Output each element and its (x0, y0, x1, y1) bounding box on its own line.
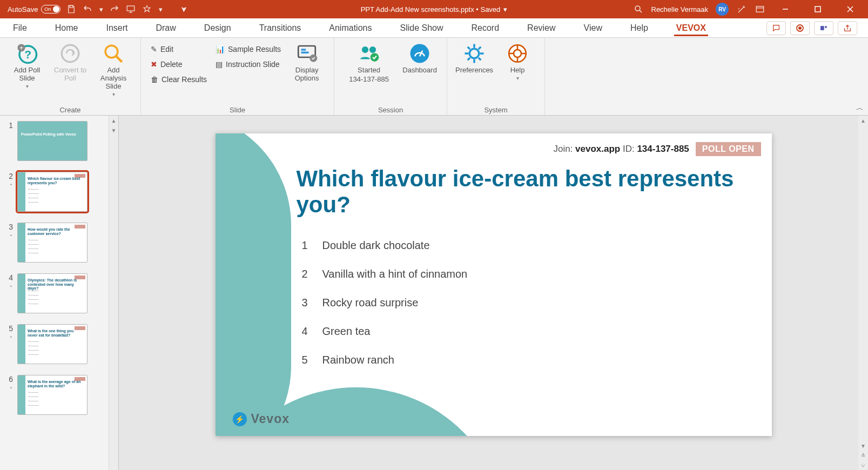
tab-insert[interactable]: Insert (104, 20, 130, 36)
svg-rect-10 (820, 26, 824, 30)
prev-slide-icon[interactable]: ≜ (858, 451, 868, 460)
convert-to-poll-button[interactable]: Convert to Poll (51, 41, 90, 105)
titlebar-center: PPT Add-Add New screenshots.pptx • Saved… (361, 5, 508, 14)
add-poll-slide-button[interactable]: ?+ Add Poll Slide ▾ (8, 41, 46, 105)
dashboard-button[interactable]: Dashboard (400, 41, 439, 105)
instruction-slide-button[interactable]: ▤Instruction Slide (213, 58, 283, 70)
clear-results-button[interactable]: 🗑Clear Results (149, 73, 209, 85)
stage-scrollbar[interactable]: ▲ ▼ ≜ ⩒ (858, 116, 868, 470)
chevron-down-icon: ▾ (26, 83, 29, 89)
help-button[interactable]: Help ▾ (498, 41, 537, 105)
convert-label: Convert to Poll (51, 66, 90, 82)
save-icon[interactable] (66, 4, 77, 15)
delete-label: Delete (160, 60, 182, 69)
thumbnail-2[interactable]: 2⋆Which flavour ice-cream best represent… (0, 166, 118, 217)
pencil-icon: ✎ (151, 45, 157, 53)
chevron-down-icon[interactable]: ▾ (98, 4, 104, 15)
share-button[interactable] (838, 21, 857, 35)
join-prefix: Join: (553, 144, 575, 154)
sample-label: Sample Results (228, 45, 281, 53)
svg-line-34 (479, 58, 481, 60)
tab-file[interactable]: File (11, 20, 29, 36)
ribbon-collapse-button[interactable]: ︿ (856, 103, 864, 113)
tab-design[interactable]: Design (202, 20, 233, 36)
window-mode-icon[interactable] (755, 4, 765, 15)
tab-transitions[interactable]: Transitions (257, 20, 304, 36)
record-button[interactable] (790, 21, 810, 35)
svg-point-9 (798, 26, 802, 30)
thumb-preview: Olympics: The decathlon is contested ove… (17, 273, 88, 313)
wand-icon[interactable] (736, 4, 747, 15)
redo-icon[interactable] (109, 4, 120, 15)
tab-view[interactable]: View (582, 20, 604, 36)
svg-rect-5 (815, 6, 820, 12)
thumbnail-4[interactable]: 4⋆Olympics: The decathlon is contested o… (0, 268, 118, 319)
session-started-button[interactable]: Started 134-137-885 (342, 41, 396, 105)
question-plus-icon: ?+ (16, 42, 38, 65)
teams-button[interactable] (814, 21, 833, 35)
add-analysis-slide-button[interactable]: Add Analysis Slide ▾ (94, 41, 133, 105)
tab-review[interactable]: Review (525, 20, 557, 36)
maximize-button[interactable] (805, 0, 830, 18)
scroll-down-icon[interactable]: ▼ (109, 125, 118, 135)
close-button[interactable] (838, 0, 863, 18)
group-system: Preferences Help ▾ System (447, 38, 545, 115)
overflow-icon[interactable]: ⮟ (178, 4, 189, 15)
workarea: 1PowerPoint Polling with Vevox2⋆Which fl… (0, 116, 868, 470)
poll-status-badge: POLL OPEN (696, 142, 761, 156)
minimize-button[interactable] (773, 0, 798, 18)
chevron-down-icon[interactable]: ▾ (158, 4, 163, 15)
undo-icon[interactable] (82, 4, 93, 15)
thumbnail-3[interactable]: 3⋆How would you rate the customer servic… (0, 217, 118, 268)
gear-icon (463, 42, 486, 65)
scroll-up-icon[interactable]: ▲ (858, 116, 868, 125)
option-number: 4 (302, 325, 309, 338)
tab-record[interactable]: Record (469, 20, 502, 36)
slide-canvas[interactable]: Join: vevox.app ID: 134-137-885 POLL OPE… (216, 133, 772, 436)
tab-slideshow[interactable]: Slide Show (398, 20, 445, 36)
session-id: 134-137-885 (637, 144, 689, 154)
edit-button[interactable]: ✎Edit (149, 43, 209, 55)
svg-line-35 (468, 58, 470, 60)
tab-vevox[interactable]: VEVOX (674, 20, 708, 36)
search-icon[interactable] (633, 4, 644, 15)
svg-line-33 (468, 47, 470, 49)
svg-line-18 (116, 56, 122, 62)
user-avatar[interactable]: RV (716, 3, 729, 16)
tab-home[interactable]: Home (53, 20, 80, 36)
tab-help[interactable]: Help (628, 20, 650, 36)
scroll-down-icon[interactable]: ▼ (858, 441, 868, 451)
chevron-down-icon[interactable]: ▾ (503, 5, 507, 14)
thumbnail-scrollbar[interactable]: ▲ ▼ (109, 116, 118, 470)
thumbnail-5[interactable]: 5⋆What is the one thing you never eat fo… (0, 319, 118, 370)
thumbnail-6[interactable]: 6⋆What is the average age of an elephant… (0, 370, 118, 420)
convert-icon (59, 42, 82, 65)
people-check-icon (358, 42, 380, 65)
tab-draw[interactable]: Draw (153, 20, 178, 36)
sample-results-button[interactable]: 📊Sample Results (213, 43, 283, 55)
animation-star-icon: ⋆ (9, 232, 13, 239)
thumbnail-panel: 1PowerPoint Polling with Vevox2⋆Which fl… (0, 116, 119, 470)
preferences-button[interactable]: Preferences (455, 41, 494, 105)
next-slide-icon[interactable]: ⩒ (858, 460, 868, 470)
svg-point-24 (369, 46, 376, 53)
tab-animations[interactable]: Animations (327, 20, 374, 36)
thumb-number: 6 (5, 375, 13, 384)
delete-button[interactable]: ✖Delete (149, 58, 209, 70)
comments-button[interactable] (766, 21, 786, 35)
user-name[interactable]: Rechelle Vermaak (651, 5, 709, 14)
option-text: Vanilla with a hint of cinnamon (322, 268, 468, 280)
present-icon[interactable] (125, 4, 136, 15)
svg-point-28 (469, 49, 479, 58)
svg-rect-21 (301, 52, 309, 54)
slide-stage: Join: vevox.app ID: 134-137-885 POLL OPE… (119, 116, 868, 470)
chart-icon: 📊 (216, 45, 225, 53)
display-options-button[interactable]: Display Options (287, 41, 326, 105)
option-number: 2 (302, 268, 309, 280)
star-icon[interactable] (142, 4, 152, 15)
svg-rect-1 (127, 6, 135, 11)
thumb-preview: How would you rate the customer service?… (17, 223, 88, 263)
autosave-toggle[interactable]: AutoSave On (8, 5, 60, 14)
scroll-up-icon[interactable]: ▲ (109, 116, 118, 125)
thumbnail-1[interactable]: 1PowerPoint Polling with Vevox (0, 116, 118, 166)
